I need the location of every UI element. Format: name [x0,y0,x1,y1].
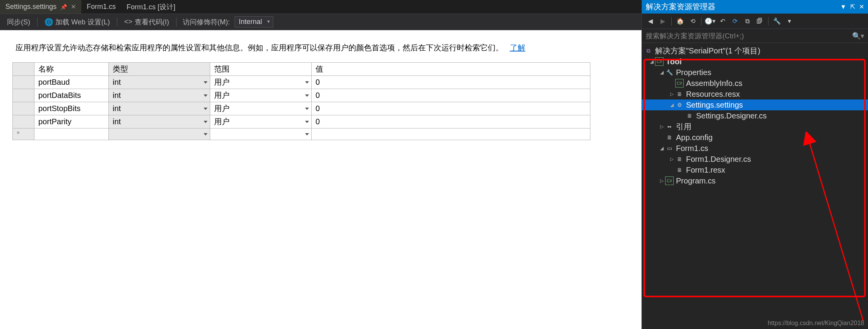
references-icon: ▪▪ [665,122,674,131]
watermark-url: https://blog.csdn.net/KingQian2018 [768,320,864,327]
back-icon[interactable]: ◀ [645,16,656,27]
table-row[interactable]: portBaud int 用户 0 [13,76,590,89]
expander-icon[interactable]: ▷ [668,91,675,97]
history-icon[interactable]: 🕘▾ [705,16,715,27]
cell-name[interactable]: portBaud [34,76,109,89]
solution-tree[interactable]: ⧉ 解决方案"SerialPort"(1 个项目) ◢ C# Tool ◢ 🔧 … [642,43,868,329]
table-row[interactable]: portStopBits int 用户 0 [13,102,590,115]
expander-icon[interactable]: ◢ [658,146,665,151]
cell-type[interactable]: int [109,89,210,102]
settings-toolbar: 同步(S) 🌐 加载 Web 设置(L) <> 查看代码(I) 访问修饰符(M)… [0,14,642,30]
cell-scope[interactable]: 用户 [210,115,312,129]
resx-file-icon: 🗎 [675,90,684,98]
pin-icon[interactable]: 📌 [60,4,67,10]
cell-name[interactable]: portParity [34,115,109,129]
cell-scope[interactable]: 用户 [210,102,312,115]
solution-icon: ⧉ [644,46,653,55]
col-header-scope[interactable]: 范围 [210,63,312,76]
more-icon[interactable]: ▾ [784,16,795,27]
row-header-blank [13,63,34,76]
expander-icon[interactable]: ◢ [658,70,665,75]
table-row[interactable]: portParity int 用户 0 [13,115,590,129]
cell-type[interactable]: int [109,102,210,115]
project-node[interactable]: ◢ C# Tool [642,56,868,67]
expander-icon[interactable]: ▷ [658,178,665,183]
tab-label: Form1.cs [87,3,116,11]
tab-form-design[interactable]: Form1.cs [设计] [121,0,181,14]
access-modifier-label: 访问修饰符(M): [183,17,230,27]
assembly-info-node[interactable]: C# AssemblyInfo.cs [642,78,868,89]
undo-icon[interactable]: ↶ [717,16,728,27]
sync-button[interactable]: 同步(S) [3,16,34,28]
learn-more-link[interactable]: 了解 [510,43,525,52]
access-modifier-combo[interactable]: Internal [235,16,273,27]
settings-node[interactable]: ◢ ⚙ Settings.settings [642,99,868,110]
load-web-button[interactable]: 🌐 加载 Web 设置(L) [41,16,114,28]
settings-editor: 应用程序设置允许动态存储和检索应用程序的属性设置和其他信息。例如，应用程序可以保… [0,30,642,329]
panel-title-text: 解决方案资源管理器 [646,2,715,12]
tab-form-cs[interactable]: Form1.cs [81,0,121,14]
panel-toolbar: ◀ ▶ 🏠 ⟲ 🕘▾ ↶ ⟳ ⧉ 🗐 🔧 ▾ [642,14,868,29]
gear-icon: ⚙ [675,101,684,109]
tab-settings[interactable]: Settings.settings 📌 ✕ [0,0,81,14]
cell-scope[interactable]: 用户 [210,76,312,89]
table-row[interactable]: portDataBits int 用户 0 [13,89,590,102]
cell-scope[interactable]: 用户 [210,89,312,102]
form-designer-node[interactable]: ▷ 🗎 Form1.Designer.cs [642,154,868,164]
properties-node[interactable]: ◢ 🔧 Properties [642,67,868,78]
collapse-icon[interactable]: ⧉ [742,16,753,27]
cs-file-icon: 🗎 [685,111,694,120]
new-row[interactable]: * [13,129,590,140]
cell-name[interactable]: portDataBits [34,89,109,102]
close-icon[interactable]: ✕ [71,3,76,10]
cs-file-icon: C# [665,176,674,185]
expander-icon[interactable]: ▷ [668,156,675,162]
refresh-icon[interactable]: ⟳ [729,16,740,27]
col-header-name[interactable]: 名称 [34,63,109,76]
cell-value[interactable]: 0 [312,102,590,115]
expander-icon[interactable]: ◢ [648,59,655,64]
separator [176,17,177,27]
separator [37,17,38,27]
settings-grid[interactable]: 名称 类型 范围 值 portBaud int 用户 0 portDataBit… [12,62,590,140]
references-node[interactable]: ▷ ▪▪ 引用 [642,121,868,132]
home-icon[interactable]: 🏠 [675,16,686,27]
col-header-value[interactable]: 值 [312,63,590,76]
settings-designer-node[interactable]: 🗎 Settings.Designer.cs [642,110,868,121]
form-icon: ▭ [665,144,674,153]
solution-node[interactable]: ⧉ 解决方案"SerialPort"(1 个项目) [642,45,868,56]
cell-value[interactable]: 0 [312,89,590,102]
cell-value[interactable]: 0 [312,76,590,89]
globe-icon: 🌐 [45,18,53,26]
cell-type[interactable]: int [109,115,210,129]
config-file-icon: 🗎 [665,133,674,142]
show-all-icon[interactable]: 🗐 [754,16,765,27]
tab-strip: Settings.settings 📌 ✕ Form1.cs Form1.cs … [0,0,642,14]
col-header-type[interactable]: 类型 [109,63,210,76]
sync-view-icon[interactable]: ⟲ [687,16,698,27]
search-icon[interactable]: 🔍▾ [852,32,864,40]
search-placeholder: 搜索解决方案资源管理器(Ctrl+;) [646,31,744,41]
expander-icon[interactable]: ▷ [658,124,665,129]
dropdown-icon[interactable]: ▼ [840,3,846,10]
cell-type[interactable]: int [109,76,210,89]
new-row-marker: * [13,129,34,140]
view-code-button[interactable]: <> 查看代码(I) [120,16,173,28]
properties-icon[interactable]: 🔧 [772,16,782,27]
pin-icon[interactable]: ⇱ [850,3,855,10]
forward-icon[interactable]: ▶ [657,16,668,27]
appconfig-node[interactable]: 🗎 App.config [642,132,868,143]
close-icon[interactable]: ✕ [859,3,864,10]
panel-search[interactable]: 搜索解决方案资源管理器(Ctrl+;) 🔍▾ [642,29,868,43]
expander-icon[interactable]: ◢ [668,102,675,108]
csharp-project-icon: C# [655,57,664,66]
panel-title-bar[interactable]: 解决方案资源管理器 ▼ ⇱ ✕ [642,0,868,14]
cell-name[interactable]: portStopBits [34,102,109,115]
intro-text: 应用程序设置允许动态存储和检索应用程序的属性设置和其他信息。例如，应用程序可以保… [0,43,642,62]
cs-file-icon: 🗎 [675,155,684,163]
form-resx-node[interactable]: 🗎 Form1.resx [642,164,868,175]
program-node[interactable]: ▷ C# Program.cs [642,175,868,186]
form-node[interactable]: ◢ ▭ Form1.cs [642,143,868,154]
cell-value[interactable]: 0 [312,115,590,129]
resources-node[interactable]: ▷ 🗎 Resources.resx [642,89,868,99]
